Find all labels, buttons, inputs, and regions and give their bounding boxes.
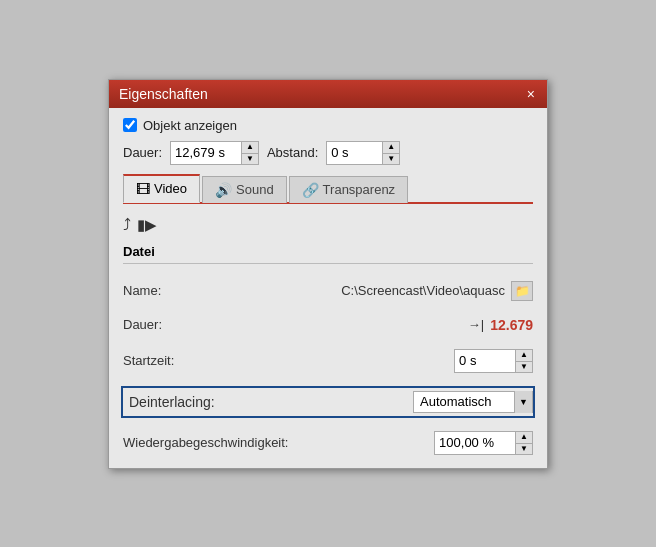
deinterlacing-value-group: Automatisch ▼: [289, 391, 533, 413]
wiedergabe-spin-buttons: ▲ ▼: [515, 432, 532, 454]
dauer-prop-value: 12.679: [490, 317, 533, 333]
startzeit-up-button[interactable]: ▲: [516, 350, 532, 361]
dauer-spin-buttons: ▲ ▼: [241, 142, 258, 164]
abstand-spin-buttons: ▲ ▼: [382, 142, 399, 164]
arrow-right-icon: →|: [468, 317, 484, 332]
dauer-prop-label: Dauer:: [123, 317, 283, 332]
name-value-group: C:\Screencast\Video\aquasc 📁: [283, 281, 533, 301]
section-datei: Datei: [123, 244, 533, 270]
dialog-title: Eigenschaften: [119, 86, 208, 102]
abstand-down-button[interactable]: ▼: [383, 153, 399, 164]
wiedergabe-input[interactable]: [435, 433, 515, 452]
deinterlacing-value: Automatisch: [414, 394, 514, 409]
dauer-input[interactable]: [171, 143, 241, 162]
abstand-input[interactable]: [327, 143, 382, 162]
wiedergabe-value-group: ▲ ▼: [323, 431, 533, 455]
wiedergabe-spin[interactable]: ▲ ▼: [434, 431, 533, 455]
startzeit-input[interactable]: [455, 351, 515, 370]
deinterlacing-label: Deinterlacing:: [129, 394, 289, 410]
dauer-spin[interactable]: ▲ ▼: [170, 141, 259, 165]
objekt-anzeigen-label: Objekt anzeigen: [143, 118, 237, 133]
dauer-down-button[interactable]: ▼: [242, 153, 258, 164]
dauer-prop-value-group: →| 12.679: [283, 317, 533, 333]
title-bar: Eigenschaften ×: [109, 80, 547, 108]
wiedergabe-label: Wiedergabegeschwindigkeit:: [123, 435, 323, 450]
dialog-body: Objekt anzeigen Dauer: ▲ ▼ Abstand: ▲ ▼: [109, 108, 547, 468]
close-button[interactable]: ×: [525, 87, 537, 101]
dauer-abstand-row: Dauer: ▲ ▼ Abstand: ▲ ▼: [123, 141, 533, 165]
deinterlacing-row: Deinterlacing: Automatisch ▼: [121, 386, 535, 418]
abstand-spin[interactable]: ▲ ▼: [326, 141, 400, 165]
dauer-label: Dauer:: [123, 145, 162, 160]
datei-label: Datei: [123, 244, 533, 259]
tab-video[interactable]: 🎞 Video: [123, 174, 200, 203]
deinterlacing-dropdown-arrow[interactable]: ▼: [514, 391, 532, 413]
startzeit-value-group: ▲ ▼: [283, 349, 533, 373]
wiedergabe-row: Wiedergabegeschwindigkeit: ▲ ▼: [123, 428, 533, 458]
transparenz-tab-label: Transparenz: [323, 182, 396, 197]
file-browse-button[interactable]: 📁: [511, 281, 533, 301]
startzeit-down-button[interactable]: ▼: [516, 361, 532, 372]
startzeit-label: Startzeit:: [123, 353, 283, 368]
wiedergabe-up-button[interactable]: ▲: [516, 432, 532, 443]
dauer-prop-row: Dauer: →| 12.679: [123, 312, 533, 338]
sound-tab-label: Sound: [236, 182, 274, 197]
properties-dialog: Eigenschaften × Objekt anzeigen Dauer: ▲…: [108, 79, 548, 469]
abstand-label: Abstand:: [267, 145, 318, 160]
wiedergabe-down-button[interactable]: ▼: [516, 443, 532, 454]
video-tab-label: Video: [154, 181, 187, 196]
abstand-up-button[interactable]: ▲: [383, 142, 399, 153]
name-row: Name: C:\Screencast\Video\aquasc 📁: [123, 278, 533, 304]
deinterlacing-dropdown[interactable]: Automatisch ▼: [413, 391, 533, 413]
startzeit-spin-buttons: ▲ ▼: [515, 350, 532, 372]
startzeit-row: Startzeit: ▲ ▼: [123, 346, 533, 376]
objekt-anzeigen-checkbox[interactable]: [123, 118, 137, 132]
name-label: Name:: [123, 283, 283, 298]
section-divider: [123, 263, 533, 264]
dauer-up-button[interactable]: ▲: [242, 142, 258, 153]
tab-sound[interactable]: 🔊 Sound: [202, 176, 287, 203]
tab-transparenz[interactable]: 🔗 Transparenz: [289, 176, 409, 203]
objekt-anzeigen-row: Objekt anzeigen: [123, 118, 533, 133]
toolbar-row: ⤴ ▮▶: [123, 212, 533, 236]
tabs-row: 🎞 Video 🔊 Sound 🔗 Transparenz: [123, 173, 533, 204]
startzeit-spin[interactable]: ▲ ▼: [454, 349, 533, 373]
sound-tab-icon: 🔊: [215, 182, 232, 198]
curve-icon[interactable]: ⤴: [123, 216, 131, 234]
transparenz-tab-icon: 🔗: [302, 182, 319, 198]
video-add-icon[interactable]: ▮▶: [137, 216, 157, 234]
name-value: C:\Screencast\Video\aquasc: [341, 283, 505, 298]
video-tab-icon: 🎞: [136, 181, 150, 197]
